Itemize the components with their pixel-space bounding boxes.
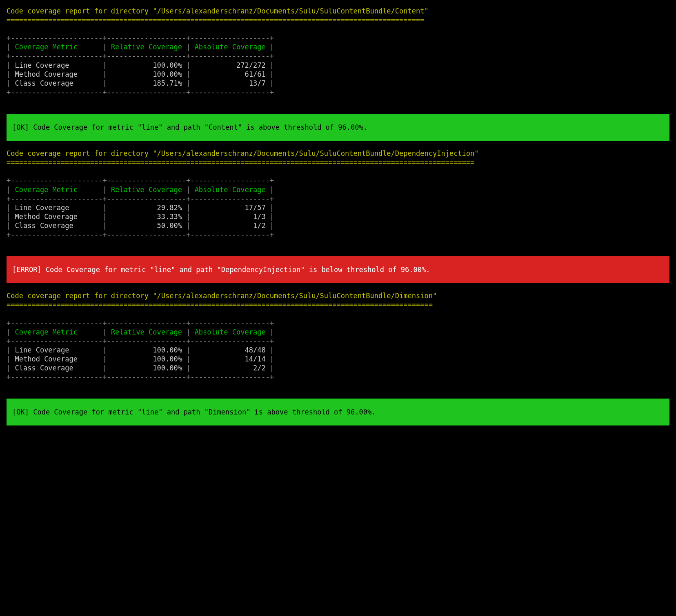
- metric-cell: Method Coverage: [15, 355, 102, 363]
- metric-cell: Line Coverage: [15, 204, 102, 212]
- status-error-box: [ERROR] Code Coverage for metric "line" …: [7, 256, 669, 283]
- metric-cell: Class Coverage: [15, 79, 102, 87]
- relative-cell: 185.71%: [107, 79, 186, 87]
- table-row: | Method Coverage | 100.00% | 61/61 |: [7, 70, 669, 79]
- col-header: Relative Coverage: [111, 328, 186, 336]
- table-header-row: | Coverage Metric | Relative Coverage | …: [7, 328, 669, 337]
- table-row: | Class Coverage | 100.00% | 2/2 |: [7, 363, 669, 372]
- col-header: Coverage Metric: [15, 186, 102, 194]
- relative-cell: 50.00%: [107, 222, 186, 230]
- table-border: +----------------------+----------------…: [7, 194, 669, 203]
- table-row: | Class Coverage | 185.71% | 13/7 |: [7, 79, 669, 88]
- col-header: Absolute Coverage: [195, 328, 270, 336]
- status-ok-box: [OK] Code Coverage for metric "line" and…: [7, 114, 669, 141]
- relative-cell: 100.00%: [107, 346, 186, 354]
- absolute-cell: 1/2: [190, 222, 269, 230]
- table-border: +----------------------+----------------…: [7, 33, 669, 42]
- metric-cell: Method Coverage: [15, 70, 102, 78]
- table-border: +----------------------+----------------…: [7, 230, 669, 239]
- section-divider: ========================================…: [7, 16, 669, 24]
- table-row: | Class Coverage | 50.00% | 1/2 |: [7, 221, 669, 230]
- coverage-section: Code coverage report for directory "/Use…: [7, 291, 669, 425]
- relative-cell: 29.82%: [107, 204, 186, 212]
- col-header: Relative Coverage: [111, 186, 186, 194]
- table-border: +----------------------+----------------…: [7, 176, 669, 185]
- section-divider: ========================================…: [7, 158, 669, 167]
- relative-cell: 100.00%: [107, 364, 186, 372]
- relative-cell: 33.33%: [107, 213, 186, 221]
- table-border: +----------------------+----------------…: [7, 372, 669, 381]
- metric-cell: Line Coverage: [15, 346, 102, 354]
- col-header: Coverage Metric: [15, 328, 102, 336]
- relative-cell: 100.00%: [107, 355, 186, 363]
- status-text: [ERROR] Code Coverage for metric "line" …: [12, 266, 430, 274]
- section-title: Code coverage report for directory "/Use…: [7, 291, 669, 300]
- absolute-cell: 2/2: [190, 364, 269, 372]
- section-title: Code coverage report for directory "/Use…: [7, 149, 669, 158]
- status-text: [OK] Code Coverage for metric "line" and…: [12, 123, 367, 131]
- absolute-cell: 17/57: [190, 204, 269, 212]
- table-header-row: | Coverage Metric | Relative Coverage | …: [7, 185, 669, 194]
- table-row: | Method Coverage | 100.00% | 14/14 |: [7, 355, 669, 363]
- table-row: | Line Coverage | 29.82% | 17/57 |: [7, 203, 669, 212]
- coverage-section: Code coverage report for directory "/Use…: [7, 7, 669, 141]
- metric-cell: Class Coverage: [15, 364, 102, 372]
- col-header: Absolute Coverage: [195, 43, 270, 51]
- metric-cell: Method Coverage: [15, 213, 102, 221]
- table-border: +----------------------+----------------…: [7, 337, 669, 346]
- relative-cell: 100.00%: [107, 70, 186, 78]
- relative-cell: 100.00%: [107, 61, 186, 69]
- table-header-row: | Coverage Metric | Relative Coverage | …: [7, 42, 669, 51]
- status-text: [OK] Code Coverage for metric "line" and…: [12, 408, 376, 416]
- table-row: | Line Coverage | 100.00% | 272/272 |: [7, 61, 669, 70]
- col-header: Relative Coverage: [111, 43, 186, 51]
- metric-cell: Class Coverage: [15, 222, 102, 230]
- table-row: | Method Coverage | 33.33% | 1/3 |: [7, 212, 669, 221]
- section-divider: ========================================…: [7, 300, 669, 309]
- absolute-cell: 13/7: [190, 79, 269, 87]
- absolute-cell: 14/14: [190, 355, 269, 363]
- col-header: Absolute Coverage: [195, 186, 270, 194]
- table-border: +----------------------+----------------…: [7, 88, 669, 97]
- status-ok-box: [OK] Code Coverage for metric "line" and…: [7, 399, 669, 425]
- metric-cell: Line Coverage: [15, 61, 102, 69]
- absolute-cell: 1/3: [190, 213, 269, 221]
- table-border: +----------------------+----------------…: [7, 319, 669, 328]
- absolute-cell: 272/272: [190, 61, 269, 69]
- absolute-cell: 61/61: [190, 70, 269, 78]
- coverage-section: Code coverage report for directory "/Use…: [7, 149, 669, 283]
- section-title: Code coverage report for directory "/Use…: [7, 7, 669, 16]
- col-header: Coverage Metric: [15, 43, 102, 51]
- table-row: | Line Coverage | 100.00% | 48/48 |: [7, 346, 669, 355]
- table-border: +----------------------+----------------…: [7, 51, 669, 60]
- absolute-cell: 48/48: [190, 346, 269, 354]
